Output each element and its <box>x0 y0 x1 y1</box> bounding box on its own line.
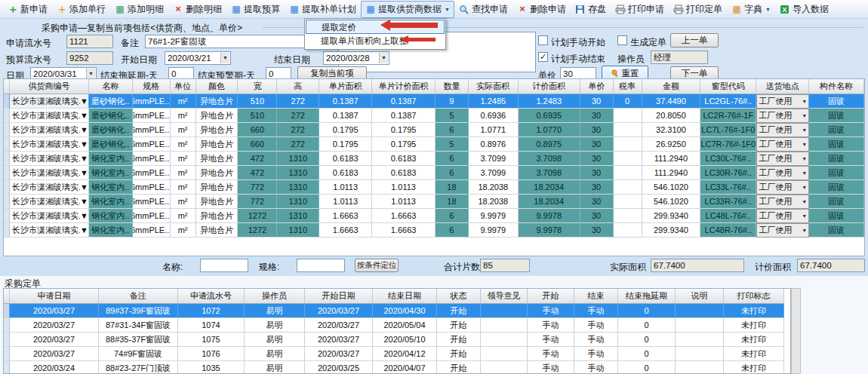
chevron-down-icon[interactable]: ▼ <box>802 185 807 190</box>
cell-note[interactable] <box>676 347 724 361</box>
cell-remark[interactable]: 88#35-37F窗固玻 <box>99 333 178 347</box>
cell-piece-area[interactable]: 0.6183 <box>319 152 372 166</box>
cell-component-name[interactable]: 固玻 <box>809 180 864 195</box>
cell-unit[interactable]: m² <box>171 137 196 152</box>
toolbar-button-new-application[interactable]: ＋新申请 <box>3 1 52 18</box>
cell-apply-no[interactable]: 1074 <box>178 318 245 333</box>
cell-qty[interactable]: 6 <box>436 209 469 223</box>
cell-note[interactable] <box>676 304 724 318</box>
detail-row[interactable]: 长沙市潇湘玻璃实..▼磨砂钢化..6mmPLE...m²异地合片6602720.… <box>4 137 864 152</box>
column-header-end-date[interactable]: 结束日期 <box>373 289 437 304</box>
cell-unit-price[interactable]: 30 <box>580 166 614 180</box>
cell-actual-area[interactable]: 0.6936 <box>469 109 519 123</box>
cell-amount[interactable]: 111.2940 <box>642 166 701 180</box>
remark-field[interactable]: 76#1-2F窗固玻 <box>145 35 306 48</box>
cell-start[interactable]: 手动 <box>528 361 574 374</box>
cell-delivery-location[interactable]: 工厂使用▼ <box>756 152 809 166</box>
cell-unit-price[interactable]: 30 <box>580 94 614 109</box>
chevron-down-icon[interactable]: ▼ <box>80 111 88 120</box>
column-header-end[interactable]: 结束 <box>574 289 618 304</box>
cell-spec[interactable]: 6mmPLE... <box>133 137 171 152</box>
cell-amount[interactable]: 546.1020 <box>642 180 701 195</box>
chevron-down-icon[interactable]: ▼ <box>80 182 88 192</box>
toolbar-button-extract-budget[interactable]: ▦提取预算 <box>226 1 285 18</box>
cell-delivery-location[interactable]: 工厂使用▼ <box>756 223 809 238</box>
cell-delivery-location[interactable]: 工厂使用▼ <box>756 94 809 109</box>
cell-supplier-code[interactable]: 长沙市潇湘玻璃实..▼ <box>10 195 89 209</box>
cell-end-date[interactable]: 2020/04/07 <box>373 361 437 374</box>
cell-name[interactable]: 钢化室内.. <box>89 152 133 166</box>
cell-window-code[interactable]: LC30L-76#.. <box>700 152 756 166</box>
chevron-down-icon[interactable]: ▼ <box>802 170 807 176</box>
column-header-tax-rate[interactable]: 税率 <box>614 79 642 94</box>
chevron-down-icon[interactable]: ▼ <box>379 53 388 63</box>
cell-piece-calc-area[interactable]: 1.0113 <box>372 180 436 195</box>
chevron-down-icon[interactable]: ▼ <box>802 199 807 204</box>
column-header-piece-area[interactable]: 单片面积 <box>319 79 372 94</box>
detail-row[interactable]: 长沙市潇湘玻璃实..▼钢化室内..6mmPLE...m²异地合片77213101… <box>4 180 864 195</box>
cell-height[interactable]: 1310 <box>277 180 319 195</box>
cell-qty[interactable]: 9 <box>436 94 469 109</box>
chevron-down-icon[interactable]: ▼ <box>80 139 88 149</box>
cell-spec[interactable]: 6mmPLE... <box>133 152 171 166</box>
column-header-start[interactable]: 开始 <box>528 289 574 304</box>
column-header-start-date[interactable]: 开始日期 <box>305 289 373 304</box>
cell-calc-area[interactable]: 1.2483 <box>519 94 580 109</box>
cell-piece-calc-area[interactable]: 0.1387 <box>372 109 436 123</box>
chevron-down-icon[interactable]: ▼ <box>802 142 807 147</box>
cell-component-name[interactable]: 固玻 <box>809 209 864 223</box>
cell-unit[interactable]: m² <box>171 109 196 123</box>
column-header-supplier-code[interactable]: 供货商编号 <box>10 79 89 94</box>
cell-status[interactable]: 开始 <box>437 361 481 374</box>
cell-qty[interactable]: 6 <box>436 152 469 166</box>
cell-component-name[interactable]: 固玻 <box>809 94 864 109</box>
column-header-actual-area[interactable]: 实际面积 <box>469 79 519 94</box>
detail-row[interactable]: 长沙市潇湘玻璃实..▼钢化室内..6mmPLE...m²异地合片47213100… <box>4 166 864 180</box>
cell-component-name[interactable]: 固玻 <box>809 123 864 137</box>
filter-spec-input[interactable] <box>297 259 345 272</box>
cell-apply-date[interactable]: 2020/03/27 <box>10 318 99 333</box>
cell-note[interactable] <box>676 361 724 374</box>
end-date-picker[interactable]: 2020/03/28▼ <box>323 51 389 65</box>
cell-end-date[interactable]: 2020/04/12 <box>373 347 437 361</box>
column-header-spec[interactable]: 规格 <box>133 79 171 94</box>
cell-tax-rate[interactable] <box>614 166 642 180</box>
cell-name[interactable]: 钢化室内.. <box>89 223 133 238</box>
column-header-apply-date[interactable]: 申请日期 <box>10 289 99 304</box>
cell-width[interactable]: 772 <box>238 180 277 195</box>
cell-qty[interactable]: 6 <box>436 166 469 180</box>
cell-tax-rate[interactable] <box>614 209 642 223</box>
cell-tax-rate[interactable] <box>614 109 642 123</box>
cell-spec[interactable]: 6mmPLE... <box>133 109 171 123</box>
cell-color[interactable]: 异地合片 <box>196 137 239 152</box>
cell-color[interactable]: 异地合片 <box>196 152 239 166</box>
cell-piece-calc-area[interactable]: 1.6663 <box>372 223 436 238</box>
column-header-status[interactable]: 状态 <box>437 289 481 304</box>
cell-calc-area[interactable]: 9.9978 <box>519 223 580 238</box>
cell-color[interactable]: 异地合片 <box>196 166 239 180</box>
order-row[interactable]: 2020/03/2774#9F窗固玻1076易明2020/03/272020/0… <box>4 347 790 361</box>
chevron-down-icon[interactable]: ▼ <box>80 154 88 163</box>
orders-scrollbar[interactable] <box>791 288 801 374</box>
cell-width[interactable]: 660 <box>238 123 277 137</box>
cell-calc-area[interactable]: 18.2034 <box>519 180 580 195</box>
cell-tax-rate[interactable]: 0 <box>614 94 642 109</box>
cell-tax-rate[interactable] <box>614 195 642 209</box>
toolbar-button-add-detail[interactable]: ▦添加明细 <box>110 1 168 18</box>
column-header-operator[interactable]: 操作员 <box>245 289 305 304</box>
detail-row[interactable]: 长沙市潇湘玻璃实..▼钢化室内..6mmPLE...m²异地合片12721310… <box>4 209 864 223</box>
cell-remark[interactable]: 88#23-27F门顶玻 <box>99 361 178 374</box>
cell-name[interactable]: 磨砂钢化.. <box>89 137 133 152</box>
cell-leader-opinion[interactable] <box>481 361 528 374</box>
column-header-calc-area[interactable]: 计价面积 <box>519 79 580 94</box>
chevron-down-icon[interactable]: ▼ <box>86 69 95 79</box>
cell-amount[interactable]: 20.8050 <box>642 109 701 123</box>
cell-apply-date[interactable]: 2020/03/27 <box>10 333 99 347</box>
detail-row[interactable]: 长沙市潇湘玻璃实..▼钢化室内..6mmPLE...m²异地合片12721310… <box>4 223 864 238</box>
cell-amount[interactable]: 299.9340 <box>642 223 701 238</box>
cell-color[interactable]: 异地合片 <box>196 109 239 123</box>
cell-tax-rate[interactable] <box>614 180 642 195</box>
previous-order-button[interactable]: 上一单 <box>670 33 719 48</box>
locate-by-condition-button[interactable]: 按条件定位 <box>355 259 399 272</box>
cell-operator[interactable]: 易明 <box>245 361 305 374</box>
